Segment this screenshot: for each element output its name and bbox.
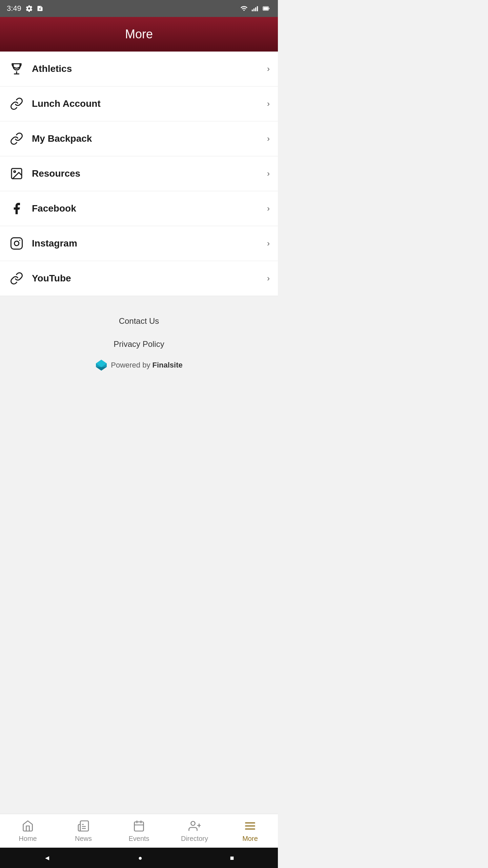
- instagram-chevron: ›: [267, 239, 270, 248]
- finalsite-logo-icon: [95, 359, 107, 371]
- instagram-icon: [8, 235, 25, 252]
- menu-item-facebook[interactable]: Facebook ›: [0, 191, 278, 226]
- my-backpack-chevron: ›: [267, 134, 270, 143]
- trophy-icon: [8, 60, 25, 77]
- menu-list: Athletics › Lunch Account › My Backp: [0, 52, 278, 296]
- svg-rect-2: [255, 7, 256, 12]
- link-icon-backpack: [8, 130, 25, 147]
- menu-item-resources[interactable]: Resources ›: [0, 156, 278, 191]
- svg-rect-0: [252, 9, 253, 11]
- menu-item-lunch-account[interactable]: Lunch Account ›: [0, 86, 278, 121]
- footer-section: Contact Us Privacy Policy Powered by Fin…: [0, 296, 278, 385]
- svg-point-7: [14, 171, 16, 173]
- svg-marker-12: [96, 367, 107, 371]
- wifi-icon: [240, 5, 248, 12]
- sim-icon: [37, 5, 43, 12]
- facebook-icon: [8, 200, 25, 217]
- link-icon-lunch: [8, 95, 25, 112]
- status-right: [240, 5, 271, 12]
- powered-by: Powered by Finalsite: [7, 359, 271, 371]
- menu-item-youtube[interactable]: YouTube ›: [0, 261, 278, 296]
- image-icon: [8, 165, 25, 182]
- status-bar: 3:49: [0, 0, 278, 17]
- youtube-chevron: ›: [267, 274, 270, 283]
- page-header: More: [0, 17, 278, 52]
- link-icon-youtube: [8, 270, 25, 287]
- lunch-account-chevron: ›: [267, 99, 270, 108]
- signal-icon: [251, 5, 258, 12]
- finalsite-brand: Finalsite: [152, 361, 183, 369]
- privacy-policy-link[interactable]: Privacy Policy: [7, 333, 271, 356]
- svg-rect-5: [263, 7, 268, 10]
- status-left: 3:49: [7, 4, 43, 13]
- instagram-label: Instagram: [32, 238, 267, 249]
- settings-icon: [25, 5, 33, 12]
- menu-item-instagram[interactable]: Instagram ›: [0, 226, 278, 261]
- menu-item-athletics[interactable]: Athletics ›: [0, 52, 278, 86]
- athletics-label: Athletics: [32, 63, 267, 74]
- athletics-chevron: ›: [267, 64, 270, 74]
- resources-label: Resources: [32, 168, 267, 179]
- menu-item-my-backpack[interactable]: My Backpack ›: [0, 121, 278, 156]
- facebook-label: Facebook: [32, 203, 267, 214]
- page-title: More: [125, 27, 153, 41]
- facebook-chevron: ›: [267, 204, 270, 213]
- content-area: Athletics › Lunch Account › My Backp: [0, 52, 278, 442]
- lunch-account-label: Lunch Account: [32, 98, 267, 109]
- svg-rect-1: [253, 8, 255, 11]
- contact-us-link[interactable]: Contact Us: [7, 310, 271, 333]
- battery-icon: [262, 5, 271, 12]
- time-display: 3:49: [7, 4, 21, 13]
- resources-chevron: ›: [267, 169, 270, 178]
- svg-rect-3: [257, 6, 258, 11]
- powered-by-text: Powered by Finalsite: [111, 361, 183, 370]
- svg-rect-8: [11, 238, 22, 249]
- youtube-label: YouTube: [32, 273, 267, 284]
- my-backpack-label: My Backpack: [32, 133, 267, 144]
